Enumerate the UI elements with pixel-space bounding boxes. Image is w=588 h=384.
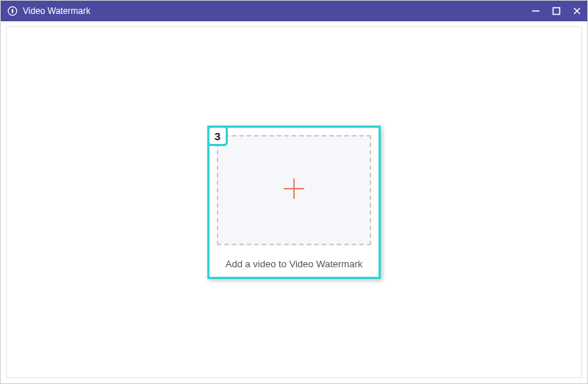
step-badge: 3	[207, 126, 228, 146]
content-area: 3 Add a video to Video Watermark	[6, 26, 582, 378]
dropzone-caption: Add a video to Video Watermark	[217, 258, 371, 269]
titlebar: Video Watermark	[1, 1, 587, 21]
titlebar-left: Video Watermark	[7, 5, 90, 17]
app-window: Video Watermark 3	[0, 0, 588, 384]
plus-icon	[281, 175, 307, 205]
step-highlight: 3 Add a video to Video Watermark	[207, 126, 381, 279]
close-button[interactable]	[573, 7, 581, 15]
app-title: Video Watermark	[23, 6, 90, 16]
window-controls	[531, 7, 581, 15]
app-icon	[7, 5, 18, 17]
minimize-button[interactable]	[531, 7, 540, 15]
video-dropzone[interactable]	[217, 135, 371, 245]
maximize-button[interactable]	[552, 7, 561, 15]
svg-rect-2	[553, 8, 560, 15]
